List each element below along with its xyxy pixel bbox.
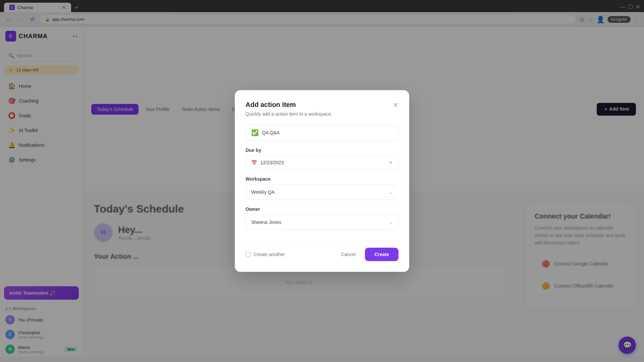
- date-clear-btn[interactable]: ✕: [389, 160, 393, 165]
- workspace-chevron-icon: ⌄: [389, 189, 393, 195]
- action-item-input[interactable]: ✅ QA Q&A: [246, 125, 398, 141]
- due-by-field: Due by 📅 12/23/2023 ✕: [246, 147, 398, 170]
- workspace-field: Workspace Weekly QA ⌄: [246, 176, 398, 200]
- workspace-value: Weekly QA: [251, 189, 275, 195]
- workspace-select[interactable]: Weekly QA ⌄: [246, 184, 398, 200]
- dialog-close-btn[interactable]: ✕: [393, 102, 398, 108]
- cancel-btn[interactable]: Cancel: [336, 248, 361, 260]
- check-circle-icon: ✅: [251, 129, 259, 136]
- owner-chevron-icon: ⌄: [389, 220, 393, 225]
- action-item-value: QA Q&A: [262, 130, 393, 135]
- dialog-subtitle: Quickly add a action item to a workspace…: [246, 111, 398, 117]
- due-by-input[interactable]: 📅 12/23/2023 ✕: [246, 156, 398, 170]
- calendar-icon: 📅: [251, 160, 257, 165]
- action-item-field: ✅ QA Q&A: [246, 125, 398, 141]
- create-another-text: Create another: [254, 252, 285, 257]
- due-by-label: Due by: [246, 147, 398, 153]
- dialog-overlay: Add action item ✕ Quickly add a action i…: [0, 0, 644, 357]
- create-another-checkbox[interactable]: [246, 252, 251, 257]
- dialog-header: Add action item ✕: [246, 101, 398, 109]
- owner-field: Owner Sheena Jones ⌄: [246, 206, 398, 230]
- owner-value: Sheena Jones: [251, 220, 281, 225]
- dialog-title: Add action item: [246, 101, 296, 109]
- create-btn[interactable]: Create: [365, 248, 398, 261]
- owner-select[interactable]: Sheena Jones ⌄: [246, 215, 398, 230]
- add-action-item-dialog: Add action item ✕ Quickly add a action i…: [235, 90, 409, 272]
- due-by-value: 12/23/2023: [260, 160, 284, 165]
- create-another-label[interactable]: Create another: [246, 252, 285, 257]
- workspace-label: Workspace: [246, 176, 398, 182]
- dialog-footer: Create another Cancel Create: [246, 241, 398, 261]
- owner-label: Owner: [246, 206, 398, 212]
